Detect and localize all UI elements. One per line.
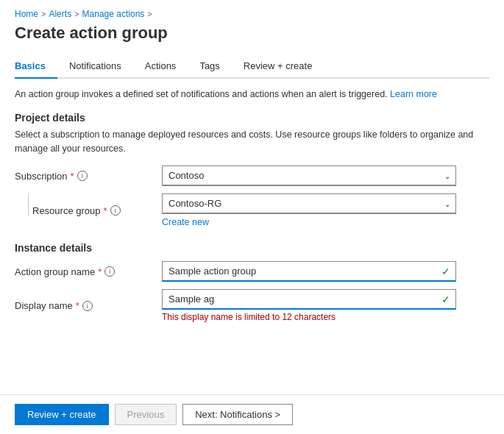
- tab-review-create[interactable]: Review + create: [244, 54, 324, 79]
- resource-group-row: Resource group * i Contoso-RG ⌄ Create n…: [32, 193, 489, 227]
- tab-tags[interactable]: Tags: [199, 54, 231, 79]
- resource-group-control: Contoso-RG ⌄ Create new: [162, 193, 456, 227]
- subscription-label: Subscription * i: [15, 171, 162, 182]
- action-group-name-input[interactable]: [162, 261, 456, 282]
- display-name-row: Display name * i ✓ This display name is …: [15, 289, 489, 322]
- create-new-link[interactable]: Create new: [162, 217, 456, 227]
- project-details-title: Project details: [15, 112, 489, 124]
- resource-group-select[interactable]: Contoso-RG: [162, 193, 456, 214]
- action-group-name-check-icon: ✓: [441, 266, 450, 277]
- info-bar-text: An action group invokes a defined set of…: [15, 89, 388, 99]
- instance-details-title: Instance details: [15, 242, 489, 254]
- project-details-desc: Select a subscription to manage deployed…: [15, 128, 489, 156]
- subscription-control: Contoso ⌄: [162, 166, 456, 186]
- resource-group-select-wrapper: Contoso-RG ⌄: [162, 193, 456, 214]
- breadcrumb: Home > Alerts > Manage actions >: [15, 9, 489, 19]
- action-group-name-label: Action group name * i: [15, 266, 162, 277]
- display-name-input-wrapper: ✓: [162, 289, 456, 310]
- display-name-label: Display name * i: [15, 300, 162, 311]
- display-name-input[interactable]: [162, 289, 456, 310]
- page-wrapper: Home > Alerts > Manage actions > Create …: [0, 0, 504, 434]
- previous-button: Previous: [115, 404, 177, 425]
- subscription-select-wrapper: Contoso ⌄: [162, 166, 456, 186]
- display-name-info-icon[interactable]: i: [82, 301, 93, 311]
- subscription-required: *: [71, 171, 74, 182]
- main-content: Home > Alerts > Manage actions > Create …: [0, 0, 504, 394]
- breadcrumb-sep-1: >: [41, 10, 46, 18]
- action-group-name-control: ✓: [162, 261, 456, 282]
- footer: Review + create Previous Next: Notificat…: [0, 394, 504, 434]
- resource-group-info-icon[interactable]: i: [110, 205, 121, 216]
- action-group-name-info-icon[interactable]: i: [104, 266, 115, 277]
- review-create-button[interactable]: Review + create: [15, 404, 109, 425]
- action-group-name-input-wrapper: ✓: [162, 261, 456, 282]
- subscription-info-icon[interactable]: i: [77, 171, 88, 181]
- resource-group-required: *: [104, 205, 107, 216]
- subscription-row: Subscription * i Contoso ⌄: [15, 166, 489, 186]
- breadcrumb-home[interactable]: Home: [15, 9, 38, 19]
- tab-notifications[interactable]: Notifications: [69, 54, 133, 79]
- display-name-check-icon: ✓: [441, 294, 450, 305]
- display-name-required: *: [76, 300, 79, 311]
- subscription-select[interactable]: Contoso: [162, 166, 456, 186]
- page-title: Create action group: [15, 24, 489, 43]
- action-group-name-required: *: [98, 266, 102, 277]
- breadcrumb-sep-2: >: [74, 10, 79, 18]
- info-bar: An action group invokes a defined set of…: [15, 88, 489, 102]
- breadcrumb-sep-3: >: [147, 10, 152, 18]
- display-name-control: ✓ This display name is limited to 12 cha…: [162, 289, 456, 322]
- next-button[interactable]: Next: Notifications >: [182, 404, 293, 425]
- tab-basics[interactable]: Basics: [15, 54, 57, 79]
- tabs-bar: Basics Notifications Actions Tags Review…: [15, 54, 489, 79]
- breadcrumb-manage-actions[interactable]: Manage actions: [82, 9, 145, 19]
- display-name-hint: This display name is limited to 12 chara…: [162, 312, 456, 322]
- tab-actions[interactable]: Actions: [145, 54, 188, 79]
- instance-details-section: Instance details Action group name * i ✓: [15, 242, 489, 322]
- action-group-name-row: Action group name * i ✓: [15, 261, 489, 282]
- learn-more-link[interactable]: Learn more: [390, 89, 437, 99]
- breadcrumb-alerts[interactable]: Alerts: [49, 9, 71, 19]
- resource-group-label: Resource group * i: [32, 205, 162, 216]
